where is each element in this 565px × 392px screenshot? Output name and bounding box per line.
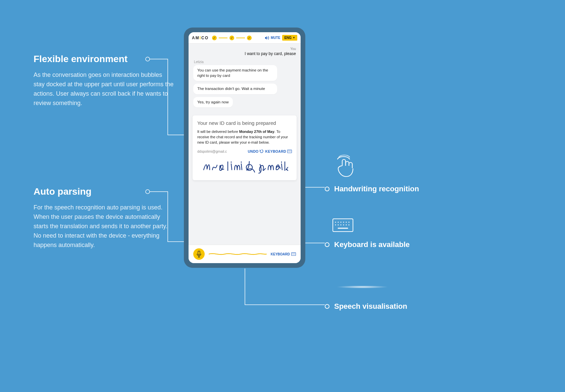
annotation-title: Flexible environment bbox=[34, 54, 174, 64]
keyboard-icon bbox=[291, 252, 296, 256]
undo-icon bbox=[260, 149, 263, 153]
keyboard-label: KEYBOARD bbox=[265, 149, 287, 153]
annotation-auto-parsing: Auto parsing For the speech recognition … bbox=[34, 186, 174, 250]
card-body: It will be delivered before Monday 27th … bbox=[197, 129, 292, 145]
chat-area[interactable]: You I want to pay by card, please Letizi… bbox=[189, 44, 301, 113]
progress-step-icon bbox=[212, 36, 217, 40]
app-screen: AMICO MUTE ENG ▼ You I want to pay by ca… bbox=[189, 32, 301, 263]
message-agent: Yes, try again now bbox=[193, 97, 233, 108]
progress-step-icon bbox=[247, 36, 252, 40]
mute-button[interactable]: MUTE bbox=[265, 36, 280, 40]
parsed-email-text: ddspolimi@gmail.c bbox=[197, 149, 246, 153]
message-agent: The transaction didn't go. Wait a minute bbox=[193, 84, 277, 94]
input-bar: KEYBOARD bbox=[189, 245, 301, 263]
brand-text: CO bbox=[201, 36, 209, 40]
speech-wave-icon bbox=[325, 282, 399, 292]
progress-connector bbox=[236, 38, 245, 38]
annotation-title: Auto parsing bbox=[34, 186, 174, 197]
annotation-handwriting: Handwriting recognition bbox=[325, 185, 419, 193]
device-frame: AMICO MUTE ENG ▼ You I want to pay by ca… bbox=[184, 28, 305, 268]
svg-rect-16 bbox=[198, 251, 200, 255]
mic-button[interactable] bbox=[193, 248, 205, 260]
handwritten-text-icon bbox=[201, 158, 288, 175]
app-topbar: AMICO MUTE ENG ▼ bbox=[189, 32, 301, 44]
annotation-flexible-environment: Flexible environment As the conversation… bbox=[34, 54, 174, 108]
card-body-bold: Monday 27th of May bbox=[239, 130, 274, 134]
progress-step-icon bbox=[229, 36, 234, 40]
speaker-icon bbox=[265, 36, 269, 40]
sender-you-label: You bbox=[193, 47, 296, 51]
annotation-body: For the speech recognition auto parsing … bbox=[34, 203, 174, 250]
microphone-icon bbox=[196, 251, 202, 257]
card-title: Your new ID card is being prepared bbox=[197, 120, 292, 126]
message-agent: You can use the payment machine on the r… bbox=[193, 65, 277, 81]
keyboard-button[interactable]: KEYBOARD bbox=[271, 252, 296, 256]
touch-icon bbox=[332, 154, 362, 183]
brand-text: AM bbox=[192, 36, 200, 40]
parsed-row: ddspolimi@gmail.c UNDO KEYBOARD bbox=[197, 149, 292, 153]
progress-connector bbox=[219, 38, 227, 38]
keyboard-toggle-button[interactable]: KEYBOARD bbox=[265, 149, 292, 153]
annotation-label: Handwriting recognition bbox=[334, 185, 419, 193]
annotation-keyboard: Keyboard is available bbox=[325, 240, 410, 249]
language-selector[interactable]: ENG ▼ bbox=[282, 35, 297, 41]
annotation-speech: Speech visualisation bbox=[325, 302, 407, 311]
chevron-down-icon: ▼ bbox=[293, 36, 295, 39]
app-brand: AMICO bbox=[192, 36, 209, 40]
handwriting-input[interactable] bbox=[196, 155, 293, 177]
bullet-icon bbox=[325, 187, 329, 191]
undo-label: UNDO bbox=[248, 149, 258, 153]
annotation-body: As the conversation goes on interaction … bbox=[34, 70, 174, 108]
keyboard-label: KEYBOARD bbox=[271, 252, 290, 256]
keyboard-big-icon bbox=[332, 218, 354, 234]
undo-button[interactable]: UNDO bbox=[248, 149, 263, 153]
bullet-icon bbox=[325, 242, 329, 247]
mute-label: MUTE bbox=[271, 36, 280, 40]
language-label: ENG bbox=[284, 36, 292, 40]
annotation-label: Speech visualisation bbox=[334, 302, 407, 311]
keyboard-icon bbox=[287, 150, 292, 153]
bullet-icon bbox=[325, 304, 329, 309]
message-user: I want to pay by card, please bbox=[193, 51, 296, 56]
sender-agent-label: Letizia bbox=[194, 60, 296, 64]
info-card: Your new ID card is being prepared It wi… bbox=[193, 115, 297, 180]
card-body-text: It will be delivered before bbox=[197, 130, 239, 134]
annotation-label: Keyboard is available bbox=[334, 240, 410, 249]
speech-waveform bbox=[209, 252, 267, 256]
